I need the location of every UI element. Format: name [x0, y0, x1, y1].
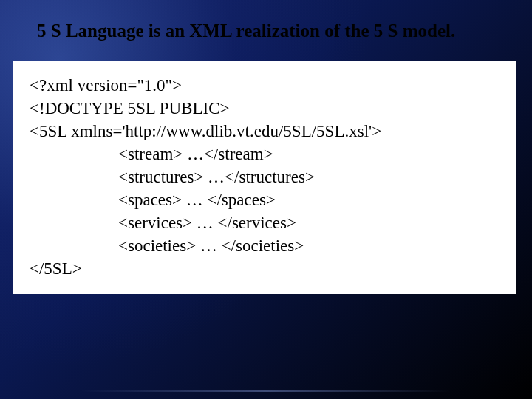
bottom-divider: [81, 390, 451, 392]
code-line-structures: <structures> …</structures>: [30, 166, 507, 188]
code-line-root-close: </5SL>: [30, 257, 507, 280]
code-line-stream: <stream> …</stream>: [30, 143, 507, 166]
code-line-doctype: <!DOCTYPE 5SL PUBLIC>: [30, 97, 507, 120]
code-line-societies: <societies> … </societies>: [30, 234, 507, 257]
slide-title: 5 S Language is an XML realization of th…: [37, 21, 455, 41]
code-line-root-open: <5SL xmlns='http://www.dlib.vt.edu/5SL/5…: [30, 120, 507, 143]
xml-code-block: <?xml version="1.0"> <!DOCTYPE 5SL PUBLI…: [13, 61, 516, 294]
code-line-xml-decl: <?xml version="1.0">: [30, 74, 507, 97]
code-line-services: <services> … </services>: [30, 211, 507, 234]
code-line-spaces: <spaces> … </spaces>: [30, 188, 507, 211]
